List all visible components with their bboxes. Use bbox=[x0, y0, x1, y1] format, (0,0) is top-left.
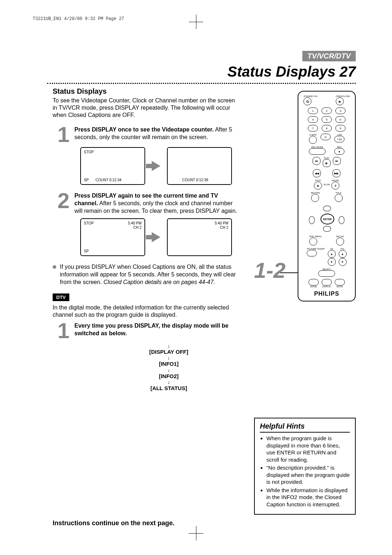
num-3-button[interactable]: 3 bbox=[335, 108, 346, 114]
display-label: DISPLAY bbox=[322, 285, 332, 288]
plus10-button[interactable]: +10 bbox=[334, 136, 344, 142]
step-2-number: 2 bbox=[53, 192, 74, 210]
dtv-step-1-text: Every time you press DISPLAY, the displa… bbox=[74, 322, 238, 337]
step-1-bold: Press DISPLAY once to see the Videotape … bbox=[74, 126, 214, 133]
osd-2a-time-ch: 5:40 PM CH 2 bbox=[128, 221, 142, 230]
vol-up-button[interactable]: ▲ bbox=[339, 250, 347, 258]
mode-info2: [INFO2] bbox=[100, 373, 238, 380]
bullet-icon bbox=[53, 265, 56, 269]
select-button[interactable] bbox=[318, 270, 335, 277]
osd-2b-channel: CH 2 bbox=[220, 226, 228, 230]
standby-button[interactable]: ⏻ bbox=[303, 97, 311, 105]
crop-mark-bottom bbox=[189, 526, 203, 540]
num-9-button[interactable]: 9 bbox=[335, 125, 346, 131]
num-5-button[interactable]: 5 bbox=[322, 116, 332, 123]
mode-all-status: [ALL STATUS] bbox=[100, 385, 238, 392]
num-2-button[interactable]: 2 bbox=[322, 108, 332, 114]
mode-button[interactable] bbox=[309, 279, 319, 285]
step-1: 1 Press DISPLAY once to see the Videotap… bbox=[53, 126, 238, 143]
osd-row-2: STOP 5:40 PM CH 2 SP 5:40 PM CH 2 bbox=[74, 218, 238, 256]
rec-button[interactable]: ● bbox=[334, 148, 344, 155]
enter-button[interactable]: ENTER bbox=[320, 214, 334, 224]
dtv-intro: In the digital mode, the detailed inform… bbox=[53, 304, 238, 319]
discmenu-label: DISC MENU bbox=[309, 235, 322, 238]
arrow-down-icon: ↓ bbox=[100, 380, 238, 385]
up-button[interactable] bbox=[323, 206, 331, 211]
osd-row-1: STOP SP COUNT 0:12:34 COUNT 0:12:39 bbox=[74, 147, 238, 185]
pause-label: PAUSE bbox=[331, 179, 339, 182]
skip-prev-button[interactable]: ⏮ bbox=[313, 157, 320, 165]
osd-1b-counter: COUNT 0:12:39 bbox=[182, 178, 208, 182]
picture-sleep-button[interactable] bbox=[307, 250, 317, 256]
recmode-button[interactable] bbox=[309, 148, 326, 155]
left-button[interactable] bbox=[309, 216, 315, 224]
setup-label: SET-UP bbox=[336, 235, 344, 238]
dotted-rule bbox=[47, 83, 356, 84]
hints-title: Helpful Hints bbox=[260, 422, 350, 433]
intro-paragraph: To see the Videotape Counter, Clock or C… bbox=[53, 97, 238, 119]
vol-label: VOL bbox=[339, 248, 347, 250]
num-8-button[interactable]: 8 bbox=[322, 125, 332, 131]
hints-list: When the program guide is displayed in m… bbox=[260, 435, 350, 508]
helpful-hints-box: Helpful Hints When the program guide is … bbox=[254, 418, 356, 515]
ch-down-button[interactable]: ▼ bbox=[328, 258, 336, 266]
arrow-icon bbox=[152, 232, 160, 242]
osd-1a-status: STOP bbox=[84, 150, 94, 154]
vol-down-button[interactable]: ▼ bbox=[339, 258, 347, 266]
num-6-button[interactable]: 6 bbox=[335, 116, 346, 123]
section-heading: Status Displays bbox=[53, 87, 238, 96]
arrow-down-icon: ↓ bbox=[100, 343, 238, 348]
fast-forward-button[interactable]: ▶▶ bbox=[332, 169, 340, 177]
disc-menu-button[interactable] bbox=[309, 238, 317, 246]
display-button[interactable] bbox=[322, 279, 332, 285]
clear-button[interactable] bbox=[309, 136, 317, 144]
continue-note: Instructions continue on the next page. bbox=[53, 519, 175, 527]
ch-up-button[interactable]: ▲ bbox=[328, 250, 336, 258]
skip-next-button[interactable]: ⏭ bbox=[333, 157, 341, 165]
stop-label: STOP bbox=[314, 179, 322, 182]
arrow-down-icon: ↓ bbox=[100, 368, 238, 373]
closed-caption-text: If you press DISPLAY when Closed Caption… bbox=[60, 263, 238, 286]
ch-label: CH bbox=[328, 248, 336, 250]
osd-2a-speed: SP bbox=[84, 249, 89, 253]
crop-mark-top bbox=[189, 15, 203, 29]
osd-box-1a: STOP SP COUNT 0:12:34 bbox=[80, 147, 145, 185]
arrow-icon bbox=[152, 161, 160, 171]
osd-box-2b: 5:40 PM CH 2 bbox=[167, 218, 232, 256]
picture-sleep-label: PICTURE /SLEEP bbox=[307, 248, 324, 250]
recmode-label: REC MODE bbox=[309, 146, 326, 148]
stop-button[interactable]: ■ bbox=[314, 182, 322, 190]
dtv-step-1-number: 1 bbox=[53, 322, 74, 340]
play-button[interactable]: ▶ bbox=[323, 159, 331, 167]
osd-2a-status: STOP bbox=[84, 221, 94, 225]
section-band: TV/VCR/DTV bbox=[302, 51, 356, 61]
num-0-button[interactable]: 0 bbox=[320, 134, 331, 140]
osd-1a-speed: SP bbox=[84, 178, 89, 182]
mute-button[interactable] bbox=[335, 279, 345, 285]
pause-button[interactable]: ⏸ bbox=[331, 182, 339, 190]
main-column: Status Displays To see the Videotape Cou… bbox=[53, 87, 238, 392]
remote-body: STANDBY-ON⏻ OPEN/CLOSE⏏ 123 456 789 CLEA… bbox=[298, 91, 356, 301]
osd-2a-time: 5:40 PM bbox=[128, 221, 142, 225]
display-mode-cycle: ↓ [DISPLAY OFF] ↓ [INFO1] ↓ [INFO2] ↓ [A… bbox=[100, 343, 238, 392]
return-button[interactable] bbox=[311, 194, 319, 202]
num-7-button[interactable]: 7 bbox=[308, 125, 318, 131]
down-button[interactable] bbox=[323, 226, 331, 232]
title-button[interactable] bbox=[335, 194, 343, 202]
hint-item: When the program guide is displayed in m… bbox=[266, 435, 350, 463]
right-button[interactable] bbox=[339, 216, 344, 224]
step-2-rest: After 5 seconds, only the clock and chan… bbox=[74, 200, 237, 214]
dtv-badge: DTV bbox=[53, 293, 69, 301]
page-title: Status Displays 27 bbox=[227, 64, 356, 80]
num-1-button[interactable]: 1 bbox=[308, 108, 318, 114]
hint-item: "No description provided." is displayed … bbox=[266, 464, 350, 486]
page-number: 27 bbox=[340, 64, 356, 80]
open-close-button[interactable]: ⏏ bbox=[336, 97, 344, 105]
remote-illustration: 1-2 STANDBY-ON⏻ OPEN/CLOSE⏏ 123 456 789 … bbox=[283, 91, 356, 301]
openclose-label: OPEN/CLOSE bbox=[336, 95, 350, 97]
setup-button[interactable] bbox=[336, 238, 344, 246]
num-4-button[interactable]: 4 bbox=[308, 116, 318, 123]
mute-label: MUTE bbox=[335, 285, 345, 288]
rewind-button[interactable]: ◀◀ bbox=[313, 169, 321, 177]
rec-label: REC bbox=[334, 146, 344, 148]
